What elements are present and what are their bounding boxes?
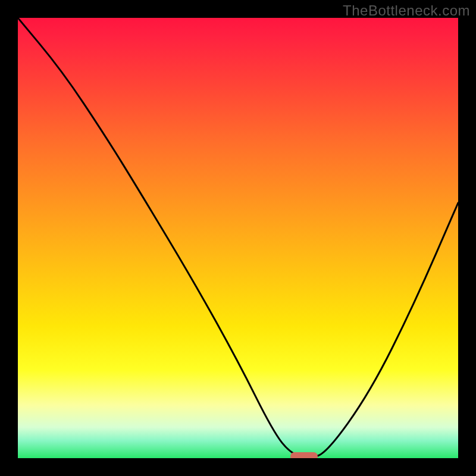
chart-frame: TheBottleneck.com	[0, 0, 476, 476]
bottleneck-curve	[18, 18, 458, 458]
optimal-marker	[290, 452, 318, 458]
plot-area	[18, 18, 458, 458]
watermark-text: TheBottleneck.com	[343, 2, 470, 19]
